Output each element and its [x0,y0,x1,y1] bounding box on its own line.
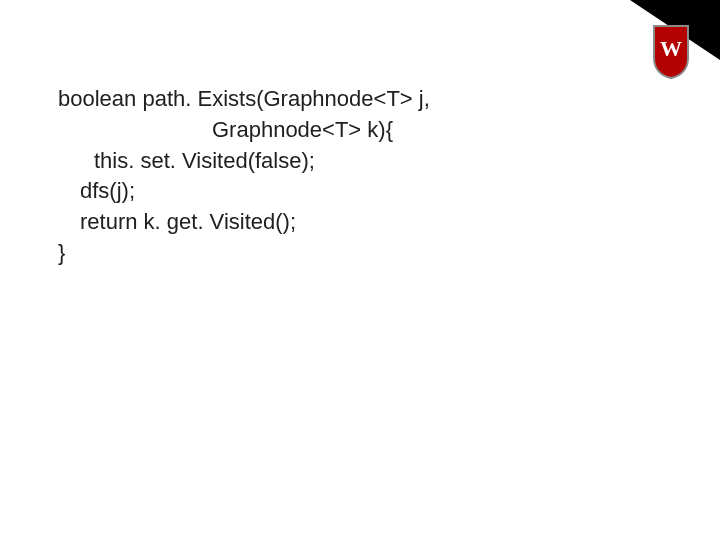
code-block: boolean path. Exists(Graphnode<T> j, Gra… [58,84,660,269]
slide: W boolean path. Exists(Graphnode<T> j, G… [0,0,720,540]
code-line-2: Graphnode<T> k){ [58,115,660,146]
shield-icon: W [652,24,690,80]
logo-letter: W [660,36,682,61]
code-line-4: dfs(j); [58,176,660,207]
code-line-3: this. set. Visited(false); [58,146,660,177]
code-line-5: return k. get. Visited(); [58,207,660,238]
uw-crest-logo: W [652,24,690,80]
code-line-6: } [58,238,660,269]
code-line-1: boolean path. Exists(Graphnode<T> j, [58,84,660,115]
